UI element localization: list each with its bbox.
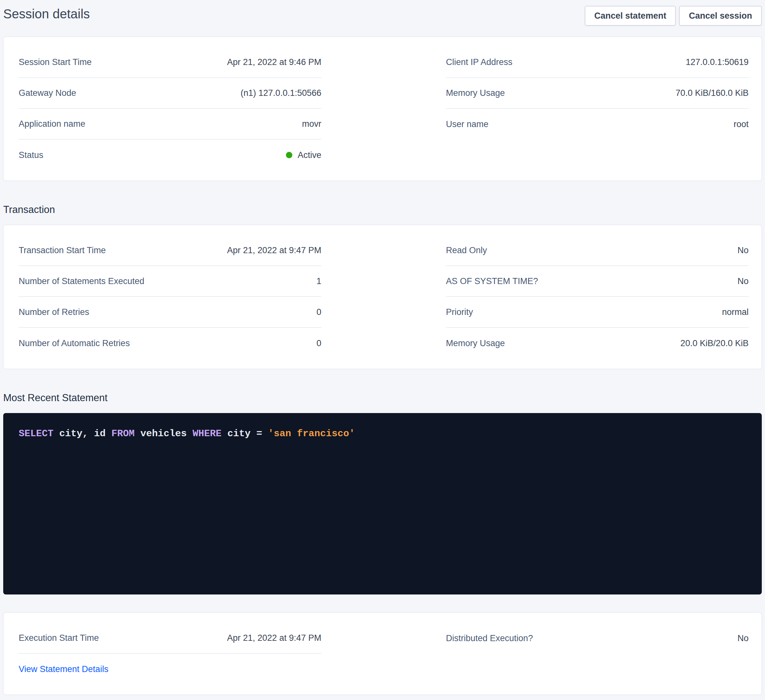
view-statement-details-link[interactable]: View Statement Details xyxy=(19,664,109,674)
detail-value: Apr 21, 2022 at 9:46 PM xyxy=(227,57,321,67)
cancel-session-button[interactable]: Cancel session xyxy=(679,6,762,26)
session-details-page: Session details Cancel statement Cancel … xyxy=(0,0,765,695)
detail-label: AS OF SYSTEM TIME? xyxy=(446,276,538,286)
sql-token: city, id xyxy=(54,428,112,439)
detail-row: Memory Usage 70.0 KiB/160.0 KiB xyxy=(446,78,749,109)
detail-row: Status Active xyxy=(19,140,321,171)
detail-value: 70.0 KiB/160.0 KiB xyxy=(675,88,749,98)
detail-label: User name xyxy=(446,119,488,129)
detail-row: Execution Start Time Apr 21, 2022 at 9:4… xyxy=(19,623,321,654)
detail-value: 1 xyxy=(316,276,321,286)
detail-value: movr xyxy=(302,119,321,129)
detail-value: 127.0.0.1:50619 xyxy=(686,57,749,67)
detail-value: No xyxy=(737,276,749,286)
sql-statement-box: SELECT city, id FROM vehicles WHERE city… xyxy=(3,413,762,595)
detail-row: Number of Retries 0 xyxy=(19,297,321,328)
detail-row: Priority normal xyxy=(446,297,749,328)
transaction-card-left-column: Transaction Start Time Apr 21, 2022 at 9… xyxy=(19,235,321,359)
transaction-card-right-column: Read Only No AS OF SYSTEM TIME? No Prior… xyxy=(446,235,749,359)
detail-row: AS OF SYSTEM TIME? No xyxy=(446,266,749,297)
sql-token: city = xyxy=(222,428,268,439)
detail-label: Execution Start Time xyxy=(19,633,99,643)
sql-token: 'san francisco' xyxy=(268,428,355,439)
session-card-left-column: Session Start Time Apr 21, 2022 at 9:46 … xyxy=(19,47,321,171)
detail-label: Number of Automatic Retries xyxy=(19,338,130,348)
detail-row: Client IP Address 127.0.0.1:50619 xyxy=(446,47,749,78)
detail-label: Transaction Start Time xyxy=(19,245,106,256)
detail-value: 0 xyxy=(316,338,321,348)
execution-card-right-column: Distributed Execution? No xyxy=(446,623,749,684)
status-text: Active xyxy=(298,150,321,160)
detail-value: root xyxy=(734,119,749,129)
detail-value: Apr 21, 2022 at 9:47 PM xyxy=(227,245,321,256)
detail-value: 0 xyxy=(316,307,321,317)
detail-label: Distributed Execution? xyxy=(446,633,533,643)
sql-token: FROM xyxy=(112,428,135,439)
active-status-dot-icon xyxy=(286,152,292,158)
page-title: Session details xyxy=(3,5,90,23)
execution-card-left-column: Execution Start Time Apr 21, 2022 at 9:4… xyxy=(19,623,321,684)
detail-value: No xyxy=(737,633,749,643)
page-header: Session details Cancel statement Cancel … xyxy=(3,0,762,37)
sql-token: WHERE xyxy=(192,428,222,439)
detail-label: Memory Usage xyxy=(446,338,505,348)
detail-row: Transaction Start Time Apr 21, 2022 at 9… xyxy=(19,235,321,266)
detail-row: Gateway Node (n1) 127.0.0.1:50566 xyxy=(19,78,321,109)
detail-value: No xyxy=(737,245,749,256)
detail-row: Distributed Execution? No xyxy=(446,623,749,654)
detail-row: Number of Automatic Retries 0 xyxy=(19,328,321,359)
detail-label: Read Only xyxy=(446,245,487,256)
detail-label: Number of Statements Executed xyxy=(19,276,144,286)
transaction-heading: Transaction xyxy=(3,205,762,215)
detail-row: Read Only No xyxy=(446,235,749,266)
session-status: Active xyxy=(286,150,321,160)
sql-token: vehicles xyxy=(135,428,192,439)
sql-token: SELECT xyxy=(19,428,54,439)
detail-label: Session Start Time xyxy=(19,57,92,67)
detail-row: User name root xyxy=(446,109,749,140)
detail-row: Number of Statements Executed 1 xyxy=(19,266,321,297)
session-card-right-column: Client IP Address 127.0.0.1:50619 Memory… xyxy=(446,47,749,171)
gateway-node-link[interactable]: (n1) 127.0.0.1:50566 xyxy=(241,88,321,98)
cancel-statement-button[interactable]: Cancel statement xyxy=(585,6,676,26)
detail-label: Memory Usage xyxy=(446,88,505,98)
execution-card: Execution Start Time Apr 21, 2022 at 9:4… xyxy=(3,612,762,695)
most-recent-statement-heading: Most Recent Statement xyxy=(3,393,762,403)
detail-label: Status xyxy=(19,150,44,160)
detail-value: normal xyxy=(722,307,749,317)
header-actions: Cancel statement Cancel session xyxy=(585,6,762,26)
detail-value: Apr 21, 2022 at 9:47 PM xyxy=(227,633,321,643)
detail-label: Number of Retries xyxy=(19,307,89,317)
detail-label: Priority xyxy=(446,307,473,317)
detail-row: Session Start Time Apr 21, 2022 at 9:46 … xyxy=(19,47,321,78)
detail-label: Client IP Address xyxy=(446,57,513,67)
detail-row: Application name movr xyxy=(19,109,321,140)
detail-value: 20.0 KiB/20.0 KiB xyxy=(680,338,749,348)
detail-row: View Statement Details xyxy=(19,654,321,684)
transaction-card: Transaction Start Time Apr 21, 2022 at 9… xyxy=(3,225,762,369)
detail-label: Gateway Node xyxy=(19,88,76,98)
detail-row: Memory Usage 20.0 KiB/20.0 KiB xyxy=(446,328,749,359)
session-summary-card: Session Start Time Apr 21, 2022 at 9:46 … xyxy=(3,37,762,181)
detail-label: Application name xyxy=(19,119,85,129)
